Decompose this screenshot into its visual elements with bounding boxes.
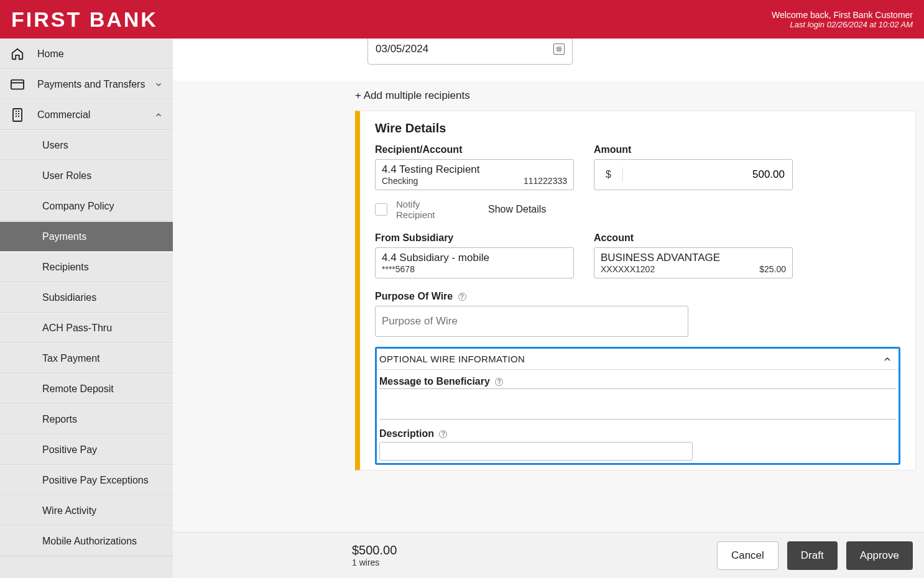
help-icon[interactable]: ?: [439, 430, 447, 438]
sidebar-sub-label: Reports: [42, 414, 77, 425]
message-label-text: Message to Beneficiary: [379, 376, 490, 387]
sidebar-item-payments-transfers[interactable]: Payments and Transfers: [0, 69, 173, 99]
sidebar-sub-label: Payments: [42, 231, 86, 242]
optional-title: OPTIONAL WIRE INFORMATION: [379, 354, 525, 364]
sidebar-sub-pospay[interactable]: Positive Pay: [0, 434, 173, 465]
message-label: Message to Beneficiary ?: [379, 376, 896, 387]
sidebar-label: Home: [37, 48, 64, 60]
home-icon: [10, 47, 25, 62]
sidebar-sub-label: Recipients: [42, 262, 89, 273]
amount-input[interactable]: [623, 160, 792, 190]
chevron-up-icon: [882, 354, 892, 364]
sidebar-sub-label: Remote Deposit: [42, 383, 114, 395]
help-icon[interactable]: ?: [458, 293, 466, 301]
date-input[interactable]: 03/05/2024: [367, 39, 573, 65]
message-input[interactable]: [379, 388, 896, 420]
draft-button[interactable]: Draft: [787, 541, 838, 570]
purpose-input[interactable]: [375, 306, 688, 337]
recipient-label: Recipient/Account: [375, 144, 574, 155]
welcome-text: Welcome back, First Bank Customer: [772, 10, 913, 20]
sidebar-item-home[interactable]: Home: [0, 39, 173, 69]
wire-details-title: Wire Details: [375, 121, 900, 135]
sidebar-label: Commercial: [37, 109, 90, 121]
main-content: 03/05/2024 + Add multiple recipients Wir…: [173, 39, 924, 578]
purpose-label-text: Purpose Of Wire: [375, 291, 453, 301]
welcome-block: Welcome back, First Bank Customer Last l…: [772, 10, 913, 29]
notify-checkbox[interactable]: [375, 203, 387, 216]
show-details-link[interactable]: Show Details: [488, 204, 546, 215]
footer-count: 1 wires: [352, 557, 397, 567]
sidebar-sub-remote[interactable]: Remote Deposit: [0, 374, 173, 404]
subsidiary-number: ****5678: [382, 264, 567, 274]
account-label: Account: [594, 232, 793, 244]
footer-bar: $500.00 1 wires Cancel Draft Approve: [173, 532, 924, 578]
sidebar-sub-wire-activity[interactable]: Wire Activity: [0, 495, 173, 526]
recipient-name: 4.4 Testing Recipient: [382, 163, 567, 176]
sidebar-sub-reports[interactable]: Reports: [0, 404, 173, 434]
chevron-up-icon: [154, 111, 163, 119]
cancel-button[interactable]: Cancel: [717, 541, 778, 570]
sidebar-sub-company-policy[interactable]: Company Policy: [0, 191, 173, 221]
sidebar-sub-ach[interactable]: ACH Pass-Thru: [0, 313, 173, 343]
svg-rect-2: [13, 109, 22, 121]
recipient-select[interactable]: 4.4 Testing Recipient Checking 111222333: [375, 159, 574, 190]
recipient-number: 111222333: [524, 176, 567, 186]
purpose-label: Purpose Of Wire ?: [375, 291, 900, 302]
account-select[interactable]: BUSINESS ADVANTAGE XXXXXX1202 $25.00: [594, 247, 793, 278]
from-subsidiary-select[interactable]: 4.4 Subsidiary - mobile ****5678: [375, 247, 574, 278]
sidebar-sub-pospay-exc[interactable]: Positive Pay Exceptions: [0, 465, 173, 495]
account-balance: $25.00: [759, 264, 786, 274]
dollar-sign: $: [594, 167, 623, 182]
sidebar-sub-subsidiaries[interactable]: Subsidiaries: [0, 282, 173, 313]
sidebar-sub-label: Company Policy: [42, 201, 114, 212]
optional-panel-header[interactable]: OPTIONAL WIRE INFORMATION: [377, 349, 899, 370]
approve-button[interactable]: Approve: [846, 541, 913, 570]
recipient-type: Checking: [382, 176, 418, 186]
help-icon[interactable]: ?: [495, 378, 503, 386]
sidebar: Home Payments and Transfers Commercial U…: [0, 39, 173, 578]
footer-total: $500.00: [352, 543, 397, 557]
sidebar-sub-label: Mobile Authorizations: [42, 536, 137, 547]
sidebar-sub-label: Subsidiaries: [42, 292, 96, 303]
svg-rect-0: [11, 80, 24, 89]
sidebar-sub-label: User Roles: [42, 170, 91, 181]
header-bar: FIRST BANK Welcome back, First Bank Cust…: [0, 0, 924, 39]
sidebar-sub-tax[interactable]: Tax Payment: [0, 343, 173, 374]
sidebar-item-commercial[interactable]: Commercial: [0, 99, 173, 130]
date-section: 03/05/2024: [173, 39, 924, 81]
amount-field[interactable]: $: [594, 159, 793, 190]
chevron-down-icon: [154, 80, 163, 89]
sidebar-sub-label: Tax Payment: [42, 353, 99, 364]
add-multiple-recipients-link[interactable]: + Add multiple recipients: [173, 81, 924, 111]
sidebar-label: Payments and Transfers: [37, 79, 145, 90]
optional-wire-info-panel: OPTIONAL WIRE INFORMATION Message to Ben…: [375, 347, 900, 465]
sidebar-sub-label: ACH Pass-Thru: [42, 323, 112, 334]
description-label-text: Description: [379, 428, 434, 439]
sidebar-sub-users[interactable]: Users: [0, 130, 173, 160]
notify-label: Notify Recipient: [396, 199, 446, 220]
account-number: XXXXXX1202: [601, 264, 655, 274]
add-recip-label: + Add multiple recipients: [355, 89, 470, 101]
bank-logo: FIRST BANK: [11, 7, 158, 32]
description-label: Description ?: [379, 428, 896, 439]
sidebar-sub-payments[interactable]: Payments: [0, 221, 173, 252]
amount-label: Amount: [594, 144, 793, 155]
calendar-icon: [553, 44, 565, 55]
sidebar-sub-label: Positive Pay Exceptions: [42, 475, 149, 486]
subsidiary-name: 4.4 Subsidiary - mobile: [382, 252, 567, 264]
sidebar-sub-recipients[interactable]: Recipients: [0, 252, 173, 282]
sidebar-sub-label: Positive Pay: [42, 444, 97, 456]
description-input[interactable]: [379, 442, 693, 461]
card-icon: [10, 77, 25, 92]
account-name: BUSINESS ADVANTAGE: [601, 252, 786, 264]
building-icon: [10, 108, 25, 122]
last-login-text: Last login 02/26/2024 at 10:02 AM: [772, 20, 913, 29]
sidebar-sub-user-roles[interactable]: User Roles: [0, 160, 173, 191]
wire-details-card: Wire Details Recipient/Account 4.4 Testi…: [355, 111, 916, 470]
sidebar-sub-mobile-auth[interactable]: Mobile Authorizations: [0, 526, 173, 556]
date-value: 03/05/2024: [376, 43, 428, 55]
sidebar-sub-label: Users: [42, 140, 68, 151]
from-subsidiary-label: From Subsidiary: [375, 232, 574, 244]
sidebar-sub-label: Wire Activity: [42, 505, 96, 516]
